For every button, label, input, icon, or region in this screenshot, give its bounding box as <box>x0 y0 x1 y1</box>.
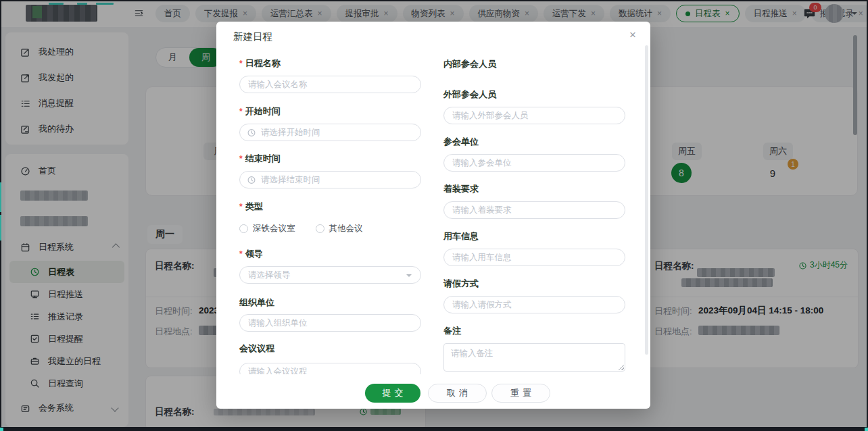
field-label: 参会单位 <box>443 137 479 147</box>
type-radio-group: 深铁会议室 其他会议 <box>239 223 363 234</box>
field-label: * 开始时间 <box>239 107 281 116</box>
attending-unit-input[interactable] <box>443 154 625 172</box>
required-mark: * <box>239 249 243 259</box>
window-frame <box>0 0 868 1</box>
leave-method-input[interactable] <box>443 296 625 313</box>
meeting-agenda-input[interactable] <box>239 363 421 374</box>
frame-accent <box>865 428 868 431</box>
new-schedule-dialog: 新建日程 × * 日程名称 * 开始时间 * 结束时间 <box>216 22 650 409</box>
field-label: 请假方式 <box>443 279 479 288</box>
radio-shentie-meeting-room[interactable] <box>239 224 248 233</box>
field-label: * 结束时间 <box>239 154 281 163</box>
end-time-field <box>239 171 421 188</box>
chevron-down-icon <box>406 274 412 280</box>
field-label: * 日程名称 <box>239 59 281 68</box>
remarks-textarea[interactable] <box>443 343 625 372</box>
radio-other-meeting[interactable] <box>316 224 324 233</box>
select-placeholder: 请选择领导 <box>248 270 291 281</box>
external-attendees-input[interactable] <box>443 107 625 124</box>
field-label: 用车信息 <box>443 232 479 241</box>
required-mark: * <box>239 107 243 116</box>
radio-label: 其他会议 <box>329 223 363 234</box>
field-label: 内部参会人员 <box>443 59 496 69</box>
vehicle-info-input[interactable] <box>443 249 625 266</box>
modal-footer: 提交 取消 重置 <box>216 381 650 409</box>
radio-label: 深铁会议室 <box>253 223 295 234</box>
start-time-field <box>239 124 421 141</box>
frame-accent <box>0 215 1 240</box>
required-mark: * <box>239 59 243 68</box>
frame-accent <box>0 182 1 212</box>
dress-code-input[interactable] <box>443 201 625 219</box>
reset-button[interactable]: 重置 <box>491 384 550 403</box>
field-label: 备注 <box>443 326 461 336</box>
required-mark: * <box>239 154 243 163</box>
required-mark: * <box>239 202 243 211</box>
start-time-input[interactable] <box>239 124 421 141</box>
schedule-name-input[interactable] <box>239 76 421 93</box>
modal-scrollbar[interactable] <box>645 45 648 355</box>
organizer-unit-input[interactable] <box>239 314 421 332</box>
field-label: 组织单位 <box>239 298 274 307</box>
clock-icon <box>247 128 256 137</box>
field-label: 着装要求 <box>443 184 479 194</box>
field-label: * 领导 <box>239 249 263 259</box>
field-label: 会议议程 <box>239 344 274 353</box>
modal-body: * 日程名称 * 开始时间 * 结束时间 * 类型 <box>216 22 645 374</box>
field-label: * 类型 <box>239 202 263 211</box>
clock-icon <box>247 175 256 184</box>
frame-accent <box>0 428 3 431</box>
remarks-field <box>443 343 625 372</box>
end-time-input[interactable] <box>239 171 421 188</box>
cancel-button[interactable]: 取消 <box>428 384 487 403</box>
leader-select[interactable]: 请选择领导 <box>239 266 421 284</box>
window-frame <box>0 427 868 431</box>
field-label: 外部参会人员 <box>443 90 496 99</box>
submit-button[interactable]: 提交 <box>365 384 420 403</box>
